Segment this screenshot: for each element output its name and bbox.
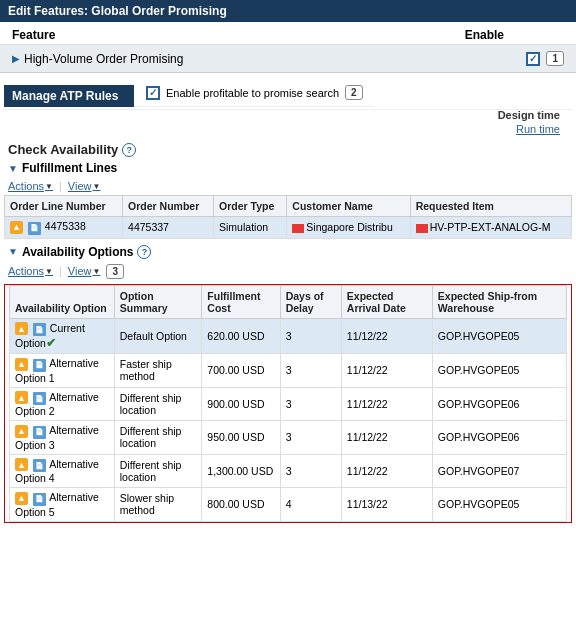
cell-days-delay: 3	[280, 318, 341, 354]
view-label: View	[68, 180, 92, 192]
callout-3-badge: 3	[106, 264, 124, 279]
fulfillment-lines-label: Fulfillment Lines	[22, 161, 117, 175]
col-expected-arrival: Expected Arrival Date	[341, 285, 432, 318]
high-volume-checkbox[interactable]	[526, 52, 540, 66]
col-order-line-number: Order Line Number	[5, 196, 123, 217]
col-option-summary: Option Summary	[114, 285, 202, 318]
fulfillment-toolbar: Actions ▼ | View ▼	[0, 177, 576, 195]
cell-expected-arrival: 11/12/22	[341, 454, 432, 488]
atp-section: Manage ATP Rules Enable profitable to pr…	[0, 79, 576, 136]
cell-days-delay: 3	[280, 421, 341, 455]
cell-expected-ship: GOP.HVGOPE05	[432, 354, 566, 388]
title-bar: Edit Features: Global Order Promising	[0, 0, 576, 22]
warn-icon: ▲	[15, 458, 28, 471]
flag-icon-2	[416, 224, 428, 233]
warn-icon: ▲	[15, 358, 28, 371]
col-days-delay: Days of Delay	[280, 285, 341, 318]
doc-icon: 📄	[33, 426, 46, 439]
check-availability-header: Check Availability ?	[0, 136, 576, 159]
fulfillment-view-button[interactable]: View ▼	[68, 180, 101, 192]
cell-expected-ship: GOP.HVGOPE05	[432, 488, 566, 522]
check-availability-label: Check Availability	[8, 142, 118, 157]
table-row[interactable]: ▲ 📄 4475338 4475337 Simulation Singapore…	[5, 217, 572, 239]
col-order-type: Order Type	[214, 196, 287, 217]
fulfillment-table: Order Line Number Order Number Order Typ…	[4, 195, 572, 239]
manage-atp-label: Manage ATP Rules	[4, 85, 134, 107]
atp-wrapper: Manage ATP Rules Enable profitable to pr…	[4, 79, 572, 110]
fulfillment-actions-button[interactable]: Actions ▼	[8, 180, 53, 192]
cell-requested-item: HV-PTP-EXT-ANALOG-M	[410, 217, 571, 239]
feature-label: High-Volume Order Promising	[24, 52, 526, 66]
cell-expected-arrival: 11/12/22	[341, 318, 432, 354]
cell-avail-option: ▲ 📄 Current Option✔	[10, 318, 115, 354]
cell-avail-option: ▲ 📄 Alternative Option 3	[10, 421, 115, 455]
avail-view-arrow-icon: ▼	[93, 267, 101, 276]
cell-fulfillment-cost: 1,300.00 USD	[202, 454, 280, 488]
atp-left: Manage ATP Rules Enable profitable to pr…	[4, 79, 375, 107]
cell-expected-ship: GOP.HVGOPE05	[432, 318, 566, 354]
actions-arrow-icon: ▼	[45, 182, 53, 191]
tab-run-time[interactable]: Run time	[512, 122, 564, 136]
warn-icon: ▲	[15, 391, 28, 404]
cell-option-summary: Slower ship method	[114, 488, 202, 522]
warn-icon: ▲	[15, 322, 28, 335]
feature-header: Feature Enable	[0, 22, 576, 45]
callout-2-badge: 2	[345, 85, 363, 100]
feature-row: ▶ High-Volume Order Promising 1	[0, 45, 576, 73]
list-item[interactable]: ▲ 📄 Alternative Option 4 Different ship …	[10, 454, 567, 488]
cell-fulfillment-cost: 700.00 USD	[202, 354, 280, 388]
cell-expected-ship: GOP.HVGOPE07	[432, 454, 566, 488]
atp-row: Enable profitable to promise search 2	[134, 79, 375, 107]
list-item[interactable]: ▲ 📄 Alternative Option 3 Different ship …	[10, 421, 567, 455]
list-item[interactable]: ▲ 📄 Alternative Option 5 Slower ship met…	[10, 488, 567, 522]
cell-order-line: ▲ 📄 4475338	[5, 217, 123, 239]
doc-icon: 📄	[33, 493, 46, 506]
cell-option-summary: Faster ship method	[114, 354, 202, 388]
avail-triangle-icon: ▼	[8, 246, 18, 257]
doc-icon: 📄	[33, 459, 46, 472]
col-requested-item: Requested Item	[410, 196, 571, 217]
cell-option-summary: Different ship location	[114, 387, 202, 421]
actions-label: Actions	[8, 180, 44, 192]
avail-actions-label: Actions	[8, 265, 44, 277]
profitable-promise-checkbox[interactable]	[146, 86, 160, 100]
avail-options-header: ▼ Availability Options ?	[0, 243, 576, 261]
cell-avail-option: ▲ 📄 Alternative Option 1	[10, 354, 115, 388]
cell-expected-ship: GOP.HVGOPE06	[432, 387, 566, 421]
doc-icon: 📄	[28, 222, 41, 235]
tabs-area: Design time Run time	[4, 108, 572, 136]
callout-1-badge: 1	[546, 51, 564, 66]
list-item[interactable]: ▲ 📄 Alternative Option 2 Different ship …	[10, 387, 567, 421]
avail-options-label: Availability Options	[22, 245, 134, 259]
warn-icon: ▲	[15, 492, 28, 505]
avail-actions-arrow-icon: ▼	[45, 267, 53, 276]
col-order-number: Order Number	[123, 196, 214, 217]
fulfillment-lines-header: ▼ Fulfillment Lines	[0, 159, 576, 177]
cell-option-summary: Default Option	[114, 318, 202, 354]
list-item[interactable]: ▲ 📄 Current Option✔ Default Option 620.0…	[10, 318, 567, 354]
cell-option-summary: Different ship location	[114, 454, 202, 488]
avail-options-info-icon[interactable]: ?	[137, 245, 151, 259]
doc-icon: 📄	[33, 392, 46, 405]
avail-view-button[interactable]: View ▼	[68, 265, 101, 277]
cell-order-number: 4475337	[123, 217, 214, 239]
col-customer-name: Customer Name	[287, 196, 410, 217]
cell-avail-option: ▲ 📄 Alternative Option 4	[10, 454, 115, 488]
col-expected-ship: Expected Ship-from Warehouse	[432, 285, 566, 318]
cell-days-delay: 3	[280, 387, 341, 421]
col-fulfillment-cost: Fulfillment Cost	[202, 285, 280, 318]
avail-actions-button[interactable]: Actions ▼	[8, 265, 53, 277]
avail-toolbar-separator: |	[59, 265, 62, 277]
cell-fulfillment-cost: 900.00 USD	[202, 387, 280, 421]
list-item[interactable]: ▲ 📄 Alternative Option 1 Faster ship met…	[10, 354, 567, 388]
cell-days-delay: 4	[280, 488, 341, 522]
profitable-promise-label: Enable profitable to promise search	[166, 87, 339, 99]
enable-column-label: Enable	[465, 28, 564, 42]
check-availability-info-icon[interactable]: ?	[122, 143, 136, 157]
cell-order-type: Simulation	[214, 217, 287, 239]
cell-expected-arrival: 11/13/22	[341, 488, 432, 522]
flag-icon	[292, 224, 304, 233]
cell-expected-arrival: 11/12/22	[341, 354, 432, 388]
title-text: Edit Features: Global Order Promising	[8, 4, 227, 18]
tab-design-time[interactable]: Design time	[494, 108, 564, 122]
